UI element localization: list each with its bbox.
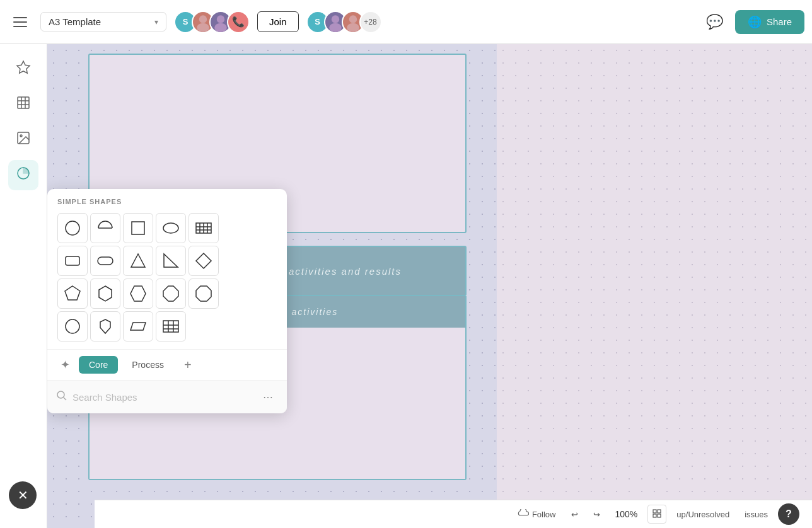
- svg-point-20: [163, 223, 178, 233]
- tab-add-button[interactable]: +: [178, 355, 198, 375]
- shape-octagon-sm[interactable]: [156, 278, 186, 309]
- globe-icon: 🌐: [748, 15, 762, 29]
- svg-point-37: [66, 319, 79, 333]
- shape-diamond[interactable]: [188, 246, 219, 276]
- canvas-content: Reflection on last year's activities and…: [47, 44, 812, 528]
- shape-ellipse[interactable]: [156, 213, 186, 243]
- svg-rect-47: [653, 510, 656, 513]
- shapes-tabs: ✦ Core Process +: [47, 349, 287, 380]
- svg-point-0: [199, 15, 207, 23]
- shape-hexagon-flat[interactable]: [90, 278, 120, 309]
- svg-rect-9: [18, 97, 29, 108]
- svg-marker-30: [164, 254, 178, 267]
- shape-parallelogram[interactable]: [123, 311, 153, 341]
- shape-circle[interactable]: [57, 213, 88, 243]
- tab-core[interactable]: Core: [79, 356, 118, 374]
- svg-marker-33: [99, 286, 112, 301]
- grid-icon: [652, 509, 661, 520]
- sidebar-star-button[interactable]: [8, 54, 38, 84]
- join-button[interactable]: Join: [257, 11, 299, 32]
- undo-button[interactable]: ↩: [566, 507, 583, 522]
- help-button[interactable]: ?: [778, 503, 799, 525]
- svg-rect-27: [66, 256, 79, 265]
- shapes-popup: SIMPLE SHAPES: [47, 189, 287, 413]
- svg-point-45: [57, 391, 64, 398]
- shape-grid[interactable]: [156, 311, 186, 341]
- tab-star-button[interactable]: ✦: [55, 355, 75, 375]
- undo-icon: ↩: [571, 510, 578, 519]
- svg-rect-28: [98, 257, 113, 265]
- svg-rect-40: [163, 321, 178, 332]
- shapes-section-label: SIMPLE SHAPES: [47, 189, 287, 210]
- shape-circle-thin[interactable]: [57, 311, 88, 341]
- tab-process[interactable]: Process: [122, 356, 174, 374]
- svg-point-6: [349, 15, 356, 23]
- star-tab-icon: ✦: [61, 358, 70, 372]
- svg-point-7: [347, 23, 359, 32]
- close-fab-button[interactable]: ✕: [9, 481, 37, 509]
- shape-half-circle[interactable]: [90, 213, 120, 243]
- zoom-display: 100%: [610, 509, 643, 519]
- right-avatar-group: S +28: [306, 11, 382, 33]
- svg-marker-36: [196, 286, 211, 301]
- shapes-grid: [47, 210, 287, 349]
- follow-button[interactable]: Follow: [513, 507, 561, 522]
- left-sidebar: ✕: [0, 44, 47, 528]
- canvas-area[interactable]: Reflection on last year's activities and…: [47, 44, 812, 528]
- hamburger-button[interactable]: [8, 9, 33, 35]
- cloud-icon: [518, 509, 529, 520]
- shapes-search-row: ⋯: [47, 380, 287, 413]
- share-button[interactable]: 🌐 Share: [735, 10, 804, 34]
- grid-view-button[interactable]: [647, 505, 666, 524]
- hamburger-icon: [13, 17, 27, 27]
- sidebar-shapes-button[interactable]: [8, 160, 38, 190]
- svg-point-15: [20, 135, 22, 137]
- more-avatars-badge[interactable]: +28: [359, 11, 382, 33]
- chat-icon: 💬: [706, 14, 723, 30]
- redo-icon: ↪: [593, 510, 600, 519]
- redo-button[interactable]: ↪: [588, 507, 605, 522]
- plus-icon: +: [184, 358, 192, 372]
- app-header: A3 Template ▾ S 📞 Join S +28 💬 🌐 Share: [0, 0, 812, 44]
- shape-square[interactable]: [123, 213, 153, 243]
- svg-marker-39: [130, 323, 146, 330]
- svg-point-3: [214, 23, 227, 32]
- search-more-button[interactable]: ⋯: [258, 387, 278, 407]
- shape-rounded-rect[interactable]: [57, 246, 88, 276]
- unresolved-button[interactable]: up/Unresolved: [671, 507, 734, 522]
- shape-table[interactable]: [188, 213, 219, 243]
- image-icon: [16, 130, 31, 149]
- svg-marker-29: [131, 254, 145, 267]
- help-icon: ?: [786, 508, 792, 520]
- shape-shield[interactable]: [90, 311, 120, 341]
- svg-marker-35: [163, 286, 178, 301]
- svg-line-46: [64, 398, 66, 400]
- svg-point-4: [331, 15, 339, 23]
- shape-hexagon[interactable]: [123, 278, 153, 309]
- shape-right-triangle[interactable]: [156, 246, 186, 276]
- svg-rect-49: [653, 514, 656, 517]
- sidebar-frame-button[interactable]: [8, 89, 38, 120]
- sidebar-image-button[interactable]: [8, 125, 38, 155]
- more-dots-icon: ⋯: [263, 391, 273, 403]
- frame-icon: [16, 95, 31, 114]
- shape-triangle[interactable]: [123, 246, 153, 276]
- shape-empty: [188, 311, 219, 341]
- svg-point-17: [66, 221, 79, 235]
- svg-marker-8: [17, 61, 30, 73]
- chevron-down-icon: ▾: [154, 18, 158, 26]
- search-shapes-input[interactable]: [72, 392, 253, 403]
- chat-button[interactable]: 💬: [702, 9, 728, 35]
- star-icon: [16, 60, 31, 79]
- svg-marker-34: [130, 286, 146, 301]
- template-selector[interactable]: A3 Template ▾: [40, 12, 166, 32]
- svg-point-5: [329, 23, 342, 32]
- bottom-bar: Follow ↩ ↪ 100% up/Unresolved issues: [95, 500, 812, 528]
- shape-pentagon[interactable]: [57, 278, 88, 309]
- search-icon: [56, 390, 67, 405]
- shape-wide-rounded[interactable]: [90, 246, 120, 276]
- template-name: A3 Template: [49, 16, 151, 27]
- shape-octagon[interactable]: [188, 278, 219, 309]
- avatar-phone[interactable]: 📞: [227, 11, 250, 33]
- issues-button[interactable]: issues: [740, 507, 773, 522]
